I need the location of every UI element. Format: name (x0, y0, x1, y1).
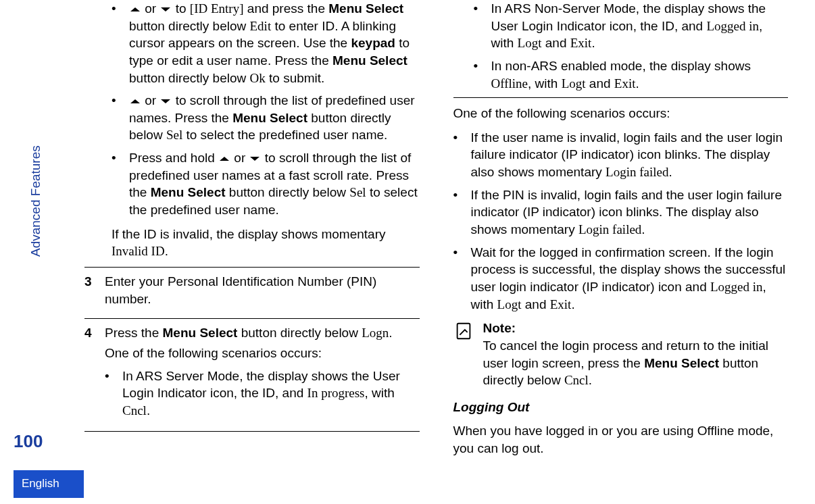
text: In non-ARS enabled mode, the display sho… (491, 59, 751, 73)
text: and (541, 36, 570, 50)
step-number: 4 (84, 324, 105, 424)
step4-continue: In ARS Non-Server Mode, the display show… (453, 0, 789, 92)
text: button directly below (129, 71, 250, 85)
list-item: In ARS Server Mode, the display shows th… (105, 368, 420, 420)
softkey-label: Exit (614, 76, 636, 91)
display-text: Logged in (706, 19, 759, 33)
text: to select the predefined user name. (182, 128, 387, 142)
text: to submit. (266, 71, 325, 85)
bold-text: Menu Select (328, 1, 403, 16)
bold-text: Menu Select (644, 356, 719, 370)
step-4: 4 Press the Menu Select button directly … (84, 318, 420, 432)
bold-text: keypad (351, 36, 395, 50)
text: . (571, 297, 574, 311)
note-title: Note: (483, 321, 516, 335)
language-tab: English (14, 470, 84, 498)
text: or (230, 151, 249, 165)
text: to (172, 1, 189, 16)
scenario-list-wrap: If the user name is invalid, login fails… (453, 129, 789, 313)
divider (453, 97, 789, 98)
display-text: Logged in (710, 280, 763, 294)
step-body: Press the Menu Select button directly be… (105, 324, 420, 424)
step4-sublist-cont: In ARS Non-Server Mode, the display show… (474, 0, 789, 92)
list-item: or to [ID Entry] and press the Menu Sele… (112, 0, 420, 86)
step-body: Enter your Personal Identification Numbe… (105, 273, 420, 307)
text: . (147, 403, 150, 418)
list-item: In ARS Non-Server Mode, the display show… (474, 0, 789, 52)
softkey-label: Cncl (564, 373, 589, 387)
display-text: Login failed (606, 165, 668, 179)
text: , with (365, 386, 395, 400)
softkey-label: Logt (562, 76, 586, 91)
text: One of the following scenarios occurs: (105, 346, 322, 360)
down-arrow-icon (250, 157, 260, 161)
section-label: Advanced Features (27, 145, 45, 257)
display-text: Offline (491, 76, 528, 91)
text: button directly below (226, 185, 350, 199)
text: and (586, 76, 614, 91)
display-text: In progress (307, 386, 365, 400)
page-number: 100 (14, 430, 43, 453)
display-text: Invalid ID (112, 244, 165, 258)
bold-text: Menu Select (163, 326, 238, 340)
step4-sublist: In ARS Server Mode, the display shows th… (105, 368, 420, 420)
softkey-label: [ID Entry] (190, 1, 244, 16)
text: . (389, 326, 392, 340)
invalid-id-note: If the ID is invalid, the display shows … (112, 226, 420, 260)
scenario-list: If the user name is invalid, login fails… (453, 129, 789, 313)
text: . (641, 222, 645, 236)
softkey-label: Logt (497, 297, 522, 311)
text: . (668, 165, 672, 179)
softkey-label: Exit (550, 297, 572, 311)
text: button directly below (237, 326, 362, 340)
display-text: Login failed (578, 222, 641, 236)
bold-text: Menu Select (232, 111, 307, 125)
list-item: Press and hold or to scroll through the … (112, 149, 420, 219)
softkey-label: Sel (349, 185, 366, 199)
down-arrow-icon (161, 99, 170, 103)
softkey-label: Edit (250, 19, 272, 33)
text: . (165, 244, 168, 258)
step-number: 3 (84, 273, 105, 307)
step-3: 3 Enter your Personal Identification Num… (84, 267, 420, 311)
text: Press and hold (129, 151, 218, 165)
up-arrow-icon (220, 157, 229, 161)
text: or (141, 1, 159, 16)
logging-out-heading: Logging Out (453, 399, 789, 416)
down-arrow-icon (161, 7, 170, 11)
softkey-label: Cncl (122, 403, 147, 418)
text: , with (528, 76, 562, 91)
up-arrow-icon (130, 99, 140, 103)
note-block: Note: To cancel the login process and re… (453, 320, 789, 389)
softkey-label: Logt (518, 36, 542, 50)
step2-sublist: or to [ID Entry] and press the Menu Sele… (84, 0, 420, 219)
list-item: Wait for the logged in confirmation scre… (453, 244, 789, 313)
bold-text: Menu Select (151, 185, 226, 199)
text: button directly below (129, 19, 250, 33)
scenarios-intro: One of the following scenarios occurs: (453, 105, 789, 122)
up-arrow-icon (130, 7, 140, 11)
list-item: In non-ARS enabled mode, the display sho… (474, 57, 789, 92)
text: and (521, 297, 549, 311)
list-item: If the user name is invalid, login fails… (453, 129, 789, 181)
note-body: Note: To cancel the login process and re… (483, 320, 789, 389)
softkey-label: Ok (250, 71, 266, 85)
list-item: or to scroll through the list of predefi… (112, 92, 420, 144)
text: or (141, 93, 159, 107)
logging-out-body: When you have logged in or you are using… (453, 422, 789, 457)
softkey-label: Sel (166, 128, 182, 142)
text: If the ID is invalid, the display shows … (112, 227, 386, 241)
text: . (591, 36, 595, 50)
text: . (635, 76, 639, 91)
text: . (589, 373, 592, 387)
note-icon (453, 321, 474, 341)
text: Press the (105, 326, 163, 340)
list-item: If the PIN is invalid, login fails and t… (453, 186, 789, 238)
text: and press the (244, 1, 329, 16)
bold-text: Menu Select (332, 53, 408, 68)
softkey-label: Logn (362, 326, 389, 340)
softkey-label: Exit (570, 36, 592, 50)
page-content: or to [ID Entry] and press the Menu Sele… (84, 0, 788, 459)
